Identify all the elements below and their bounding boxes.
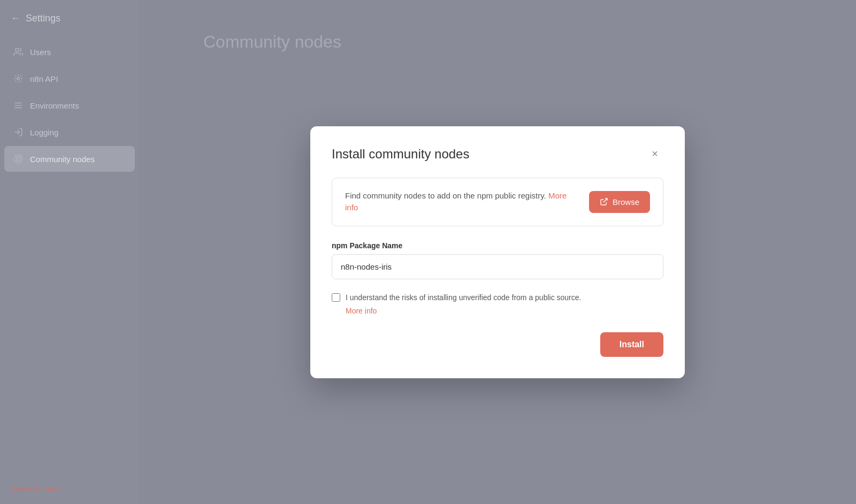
sidebar-item-environments[interactable]: Environments: [4, 93, 135, 118]
sidebar-item-logging[interactable]: Logging: [4, 119, 135, 145]
risk-checkbox-area: I understand the risks of installing unv…: [332, 292, 663, 315]
sidebar-item-label: Environments: [30, 101, 79, 110]
svg-point-7: [17, 157, 20, 161]
back-arrow-icon: ←: [11, 13, 20, 24]
sidebar-item-label: Logging: [30, 128, 58, 137]
svg-line-9: [19, 160, 21, 162]
sidebar-item-label: Users: [30, 48, 51, 57]
main-content: Community nodes Install community nodes …: [139, 0, 856, 504]
svg-line-10: [19, 156, 21, 158]
version-label: Version 0.193.5: [11, 485, 59, 493]
sidebar-navigation: Users n8n API Environments: [0, 39, 139, 172]
svg-line-8: [16, 156, 17, 158]
api-icon: [13, 73, 24, 84]
sidebar-item-label: Community nodes: [30, 155, 95, 164]
npm-field-label: npm Package Name: [332, 241, 663, 250]
info-text: Find community nodes to add on the npm p…: [345, 190, 578, 214]
sidebar-item-users[interactable]: Users: [4, 39, 135, 65]
risk-more-link[interactable]: More info: [346, 307, 663, 315]
npm-field-group: npm Package Name: [332, 241, 663, 279]
sidebar-back[interactable]: ← Settings: [0, 0, 139, 39]
users-icon: [13, 47, 24, 57]
modal-close-button[interactable]: ×: [646, 146, 663, 163]
risk-checkbox-label: I understand the risks of installing unv…: [346, 292, 581, 303]
environments-icon: [13, 100, 24, 111]
install-modal: Install community nodes × Find community…: [310, 126, 685, 378]
svg-point-0: [16, 48, 19, 51]
svg-line-12: [603, 198, 607, 202]
modal-header: Install community nodes ×: [332, 146, 663, 163]
sidebar-item-n8n-api[interactable]: n8n API: [4, 66, 135, 91]
sidebar-item-community-nodes[interactable]: Community nodes: [4, 146, 135, 172]
risk-checkbox[interactable]: [332, 293, 340, 302]
logging-icon: [13, 127, 24, 138]
external-link-icon: [600, 197, 608, 206]
sidebar-item-label: n8n API: [30, 74, 58, 83]
modal-overlay: Install community nodes × Find community…: [139, 0, 856, 504]
modal-footer: Install: [332, 332, 663, 357]
browse-button[interactable]: Browse: [589, 191, 650, 213]
svg-line-11: [16, 160, 17, 162]
svg-point-1: [17, 78, 20, 80]
sidebar: ← Settings Users n8n API: [0, 0, 139, 504]
modal-title: Install community nodes: [332, 147, 469, 162]
install-button[interactable]: Install: [600, 332, 663, 357]
info-box: Find community nodes to add on the npm p…: [332, 178, 663, 226]
npm-package-input[interactable]: [332, 254, 663, 279]
sidebar-title: Settings: [26, 13, 60, 24]
risk-checkbox-row: I understand the risks of installing unv…: [332, 292, 663, 303]
community-icon: [13, 154, 24, 164]
